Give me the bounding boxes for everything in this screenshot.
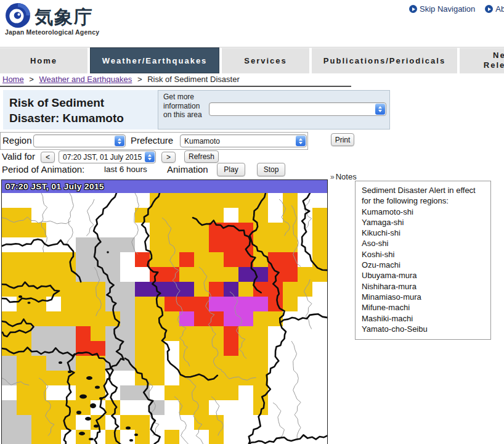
skip-navigation-label: Skip Navigation — [420, 4, 475, 14]
arrow-circle-icon — [409, 5, 417, 13]
refresh-button[interactable]: Refresh — [184, 150, 219, 163]
select-stepper-icon — [145, 152, 155, 162]
breadcrumb-weather-link[interactable]: Weather and Earthquakes — [39, 75, 132, 84]
notes-panel: Sediment Disaster Alert in effect for th… — [355, 181, 491, 340]
top-utility-links: Skip Navigation About Us — [409, 4, 504, 14]
stop-button[interactable]: Stop — [257, 163, 285, 176]
sediment-risk-map-panel: 07:20 JST, 01 July 2015 — [1, 179, 328, 444]
about-link[interactable]: About Us — [485, 4, 504, 14]
risk-map[interactable] — [2, 193, 327, 444]
notes-link[interactable]: »Notes — [330, 172, 357, 181]
notes-region: Koshi-shi — [362, 249, 486, 260]
skip-navigation-link[interactable]: Skip Navigation — [409, 4, 475, 14]
notes-region: Ubuyama-mura — [362, 270, 486, 281]
prefecture-select[interactable]: Kumamoto — [180, 134, 307, 147]
divider-line — [0, 86, 351, 87]
notes-region: Nishihara-mura — [362, 281, 486, 292]
area-info-select[interactable] — [209, 102, 386, 116]
notes-heading: Sediment Disaster Alert in effect for th… — [362, 185, 486, 207]
period-value: last 6 hours — [104, 165, 147, 174]
breadcrumb-home-link[interactable]: Home — [2, 75, 24, 84]
notes-region: Yamato-cho-Seibu — [362, 324, 486, 334]
select-stepper-icon — [296, 136, 306, 146]
valid-for-label: Valid for — [2, 151, 35, 162]
notes-region: Mifune-machi — [362, 302, 486, 313]
notes-arrow-icon: » — [330, 173, 335, 181]
region-select[interactable] — [33, 134, 126, 147]
page-title: Risk of Sediment Disaster: Kumamoto — [3, 90, 158, 130]
tab-weather-earthquakes[interactable]: Weather/Earthquakes — [90, 47, 219, 73]
tab-services[interactable]: Services — [222, 47, 309, 73]
breadcrumb-current: Risk of Sediment Disaster — [147, 75, 240, 84]
breadcrumb: Home > Weather and Earthquakes > Risk of… — [2, 75, 240, 84]
select-stepper-icon — [115, 136, 124, 146]
notes-region: Yamaga-shi — [362, 217, 486, 228]
map-timestamp-bar: 07:20 JST, 01 July 2015 — [2, 180, 327, 193]
page: 気象庁 Japan Meteorological Agency Skip Nav… — [0, 0, 504, 444]
area-info-panel: Get more information on this area — [158, 90, 390, 130]
notes-region: Ozu-machi — [362, 260, 486, 270]
prefecture-label: Prefecture — [131, 135, 173, 146]
tab-home[interactable]: Home — [0, 47, 87, 73]
previous-time-button[interactable]: < — [41, 152, 55, 163]
agency-name-en: Japan Meteorological Agency — [5, 28, 99, 36]
print-button[interactable]: Print — [331, 133, 354, 146]
jma-logo-icon — [5, 2, 31, 28]
notes-region: Kumamoto-shi — [362, 207, 486, 217]
notes-region: Aso-shi — [362, 238, 486, 249]
main-navbar: Home Weather/Earthquakes Services Public… — [0, 47, 504, 73]
notes-region: Mashiki-machi — [362, 313, 486, 324]
about-label: About Us — [495, 4, 504, 14]
notes-region: Kikuchi-shi — [362, 228, 486, 238]
agency-name-jp: 気象庁 — [35, 5, 94, 30]
region-label: Region — [2, 135, 32, 146]
period-label: Period of Animation: — [2, 164, 84, 175]
arrow-circle-icon — [485, 5, 493, 13]
next-time-button[interactable]: > — [161, 152, 176, 163]
animation-label: Animation — [167, 164, 208, 175]
valid-time-select[interactable]: 07:20 JST, 01 July 2015 — [59, 150, 156, 163]
play-button[interactable]: Play — [217, 163, 245, 176]
tab-news-releases[interactable]: News Releases — [460, 47, 504, 73]
notes-region: Minamiaso-mura — [362, 292, 486, 302]
area-info-label: Get more information on this area — [163, 92, 208, 120]
tab-publications[interactable]: Publications/Periodicals — [312, 47, 457, 73]
select-stepper-icon — [375, 104, 385, 115]
